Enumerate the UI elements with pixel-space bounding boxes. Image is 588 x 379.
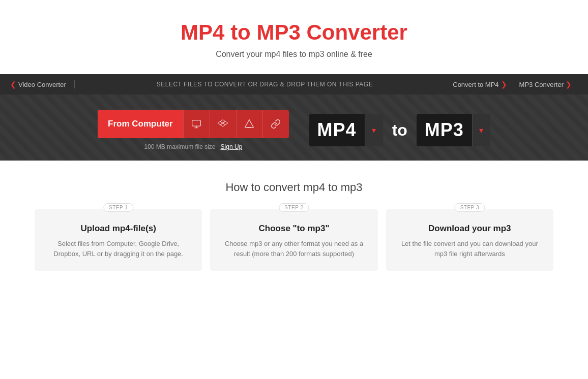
right-chevron2-icon: ❯ [566,80,572,88]
convert-to-mp4-tab[interactable]: Convert to MP4 ❯ [447,80,513,88]
how-to-title: How to convert mp4 to mp3 [31,181,557,194]
page-title: MP4 to MP3 Converter [10,20,578,45]
step-1: STEP 1 Upload mp4-file(s) Select files f… [35,209,202,271]
monitor-icon[interactable] [183,110,210,138]
svg-marker-6 [220,123,225,127]
step-1-description: Select files from Computer, Google Drive… [47,239,190,259]
monitor-svg [191,119,201,129]
sign-up-link[interactable]: Sign Up [221,143,243,150]
converter-bar: ❮ Video Converter SELECT FILES TO CONVER… [0,74,588,161]
from-computer-label: From Computer [98,119,183,129]
converter-content: From Computer [0,94,588,161]
link-icon[interactable] [262,110,289,138]
format-selector: MP4 ▾ to MP3 ▾ [309,114,490,146]
drive-icon[interactable] [236,110,262,138]
source-format-label: MP4 [309,119,365,141]
svg-marker-5 [223,121,228,125]
step-3-badge: STEP 3 [455,203,485,212]
source-format-dropdown-icon: ▾ [365,114,383,146]
how-to-section: How to convert mp4 to mp3 STEP 1 Upload … [0,161,588,291]
step-2-title: Choose "to mp3" [222,224,365,234]
step-2-description: Choose mp3 or any other format you need … [222,239,365,259]
target-format-label: MP3 [417,119,472,141]
upload-section: From Computer [98,110,289,150]
page-header: MP4 to MP3 Converter Convert your mp4 fi… [0,0,588,74]
upload-icon-group [183,110,289,138]
step-1-badge: STEP 1 [103,203,133,212]
file-size-text: 100 MB maximum file size [144,143,215,150]
video-converter-tab[interactable]: ❮ Video Converter [10,80,75,88]
step-3-title: Download your mp3 [398,224,541,234]
step-2-badge: STEP 2 [279,203,309,212]
target-format-button[interactable]: MP3 ▾ [417,114,490,146]
right-chevron1-icon: ❯ [501,80,507,88]
link-svg [271,119,281,129]
svg-marker-3 [220,120,225,123]
nav-tabs: ❮ Video Converter SELECT FILES TO CONVER… [0,74,588,94]
page-subtitle: Convert your mp4 files to mp3 online & f… [10,50,578,59]
target-format-dropdown-icon: ▾ [472,114,490,146]
to-label: to [388,121,411,140]
step-3-description: Let the file convert and you can downloa… [398,239,541,259]
svg-marker-4 [218,121,223,125]
right-nav-tabs: Convert to MP4 ❯ MP3 Converter ❯ [447,80,578,88]
mp3-converter-tab[interactable]: MP3 Converter ❯ [513,80,578,88]
file-size-note: 100 MB maximum file size Sign Up [144,143,242,150]
mp3-converter-label: MP3 Converter [519,81,564,88]
source-format-button[interactable]: MP4 ▾ [309,114,383,146]
convert-to-mp4-label: Convert to MP4 [453,81,498,88]
step-3: STEP 3 Download your mp3 Let the file co… [386,209,553,271]
video-converter-label: Video Converter [18,81,66,88]
step-1-title: Upload mp4-file(s) [47,224,190,234]
svg-marker-7 [245,120,254,128]
svg-rect-0 [192,120,201,127]
dropbox-svg [218,119,228,129]
drop-files-label: SELECT FILES TO CONVERT OR DRAG & DROP T… [83,81,447,88]
step-2: STEP 2 Choose "to mp3" Choose mp3 or any… [210,209,377,271]
upload-button[interactable]: From Computer [98,110,289,138]
dropbox-icon[interactable] [210,110,236,138]
drive-svg [244,119,254,129]
steps-container: STEP 1 Upload mp4-file(s) Select files f… [31,209,557,271]
left-chevron-icon: ❮ [10,80,16,88]
